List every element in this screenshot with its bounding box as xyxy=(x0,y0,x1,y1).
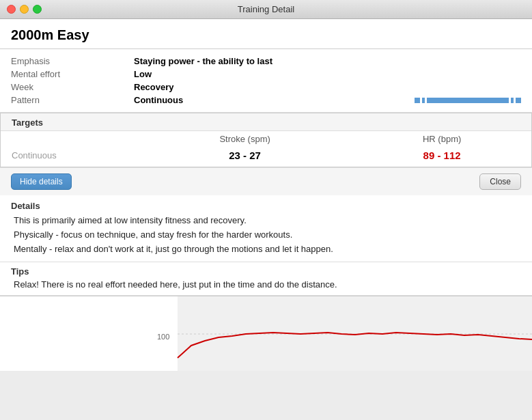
details-line1: This is primarily aimed at low intensity… xyxy=(14,214,521,228)
targets-col-stroke: Stroke (spm) xyxy=(137,131,352,147)
minimize-button-traffic[interactable] xyxy=(20,5,29,14)
targets-col-empty xyxy=(1,131,137,147)
traffic-lights xyxy=(7,5,42,14)
chart-svg xyxy=(0,296,532,371)
tips-text: Relax! There is no real effort needed he… xyxy=(11,279,521,290)
week-label: Week xyxy=(11,82,134,92)
title-bar: Training Detail xyxy=(0,0,532,19)
pattern-bar-2 xyxy=(422,98,425,103)
pattern-value: Continuous xyxy=(134,95,404,105)
targets-col-hr: HR (bpm) xyxy=(352,131,531,147)
pattern-bar-1 xyxy=(415,98,420,103)
week-row: Week Recovery xyxy=(11,81,521,94)
emphasis-value: Staying power - the ability to last xyxy=(134,56,521,66)
info-section: Emphasis Staying power - the ability to … xyxy=(0,49,532,113)
window-title: Training Detail xyxy=(238,4,294,14)
mental-effort-value: Low xyxy=(134,69,521,79)
svg-rect-1 xyxy=(0,296,178,371)
pattern-bar-3 xyxy=(427,98,509,103)
week-value: Recovery xyxy=(134,82,521,92)
main-content: 2000m Easy Emphasis Staying power - the … xyxy=(0,19,532,371)
hide-details-button[interactable]: Hide details xyxy=(11,173,72,190)
emphasis-label: Emphasis xyxy=(11,56,134,66)
emphasis-row: Emphasis Staying power - the ability to … xyxy=(11,55,521,68)
details-line2: Physically - focus on technique, and sta… xyxy=(14,228,521,242)
targets-hr-value: 89 - 112 xyxy=(352,147,531,167)
details-line3: Mentally - relax and don't work at it, j… xyxy=(14,242,521,257)
workout-title: 2000m Easy xyxy=(0,19,532,49)
close-button-traffic[interactable] xyxy=(7,5,16,14)
pattern-bar-5 xyxy=(516,98,521,103)
targets-table: Stroke (spm) HR (bpm) Continuous 23 - 27… xyxy=(1,131,531,167)
button-row: Hide details Close xyxy=(0,167,532,195)
chart-area: 100 xyxy=(0,296,532,371)
pattern-chart xyxy=(415,98,521,103)
tips-label: Tips xyxy=(11,266,521,277)
chart-label-100: 100 xyxy=(157,333,169,341)
targets-section: Targets Stroke (spm) HR (bpm) Continuous… xyxy=(0,113,532,167)
details-label: Details xyxy=(11,201,521,211)
mental-effort-label: Mental effort xyxy=(11,69,134,79)
pattern-label: Pattern xyxy=(11,95,134,105)
maximize-button-traffic[interactable] xyxy=(33,5,42,14)
details-section: Details This is primarily aimed at low i… xyxy=(0,195,532,262)
targets-stroke-value: 23 - 27 xyxy=(137,147,352,167)
targets-header: Targets xyxy=(1,113,531,131)
close-button[interactable]: Close xyxy=(479,173,521,190)
pattern-bar-4 xyxy=(511,98,514,103)
tips-section: Tips Relax! There is no real effort need… xyxy=(0,262,532,296)
details-text: This is primarily aimed at low intensity… xyxy=(11,214,521,256)
targets-row-label: Continuous xyxy=(1,147,137,167)
mental-effort-row: Mental effort Low xyxy=(11,68,521,81)
pattern-row: Pattern Continuous xyxy=(11,94,521,107)
